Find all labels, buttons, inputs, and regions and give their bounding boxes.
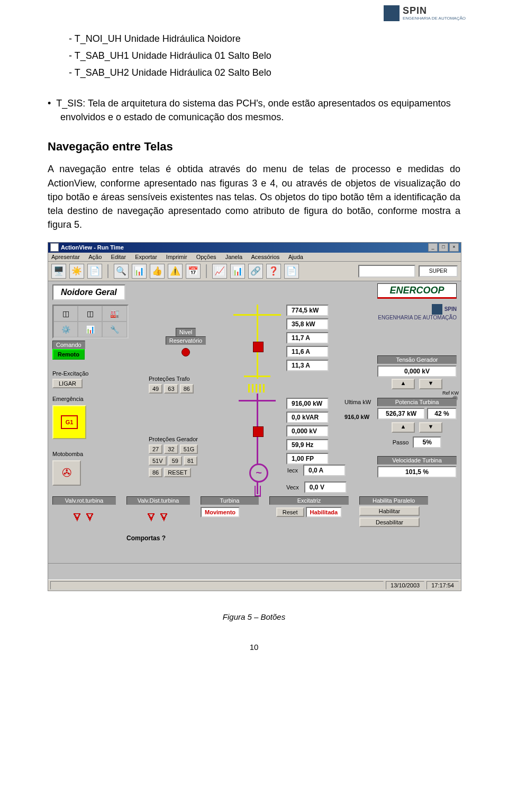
value: 11,3 A — [286, 360, 329, 371]
single-line-diagram: ~ — [233, 305, 281, 516]
calendar-icon[interactable]: 📅 — [186, 264, 201, 279]
dash-item: T_SAB_UH1 Unidade Hidráulica 01 Salto Be… — [69, 49, 460, 63]
excitation-readings: Iecx0,0 A Vecx0,0 V — [286, 465, 347, 493]
sun-icon[interactable]: ☀️ — [69, 264, 84, 279]
motobomba-icon[interactable]: ✇ — [52, 460, 81, 486]
help-icon[interactable]: ❓ — [266, 264, 281, 279]
reset-button[interactable]: RESET — [164, 468, 191, 477]
menu-item[interactable]: Imprimir — [166, 254, 187, 260]
screen-title: Noidore Geral — [52, 284, 125, 300]
nav-icon[interactable]: 🔧 — [102, 322, 126, 337]
up-button[interactable]: ▲ — [392, 379, 415, 389]
protecoes-gerador: Proteções Gerador 27 32 51G 51V 59 81 86… — [149, 436, 228, 477]
generator-icon: ~ — [249, 463, 268, 483]
toolbar-icon[interactable]: 🖥️ — [51, 264, 66, 279]
label: Turbina — [201, 496, 259, 505]
screen-nav-panel: ◫ ◫ 🏭 ⚙️ 📊 🔧 — [52, 305, 129, 338]
chart-icon[interactable]: 📈 — [212, 264, 227, 279]
menu-item[interactable]: Apresentar — [51, 254, 80, 260]
label: Excitatriz — [269, 496, 349, 505]
app-icon — [50, 243, 59, 252]
value: 0,000 kV — [377, 365, 457, 377]
prot-button[interactable]: 81 — [184, 456, 197, 466]
menu-item[interactable]: Exportar — [135, 254, 157, 260]
menu-item[interactable]: Janela — [225, 254, 242, 260]
user-field[interactable] — [358, 265, 415, 278]
remoto-button[interactable]: Remoto — [52, 349, 85, 360]
warning-icon[interactable]: ⚠️ — [168, 264, 183, 279]
emergency-tag: G1 — [61, 415, 78, 429]
down-button[interactable]: ▼ — [419, 379, 442, 389]
close-button[interactable]: × — [449, 243, 459, 252]
value: 0,0 A — [303, 465, 346, 476]
minimize-button[interactable]: _ — [428, 243, 438, 252]
maximize-button[interactable]: □ — [439, 243, 448, 252]
menu-item[interactable]: Opções — [196, 254, 216, 260]
breaker-icon[interactable] — [253, 426, 264, 437]
emerg-label: Emergência — [52, 396, 86, 402]
toolbar-icon[interactable]: 📊 — [132, 264, 147, 279]
menu-item[interactable]: Ação — [88, 254, 102, 260]
titlebar: ActionView - Run Time _ □ × — [48, 243, 461, 253]
excitatriz: Excitatriz Reset Habilitada — [269, 496, 349, 517]
search-icon[interactable]: 🔍 — [114, 264, 129, 279]
prot-button[interactable]: 86 — [149, 468, 162, 477]
doc-icon[interactable]: 📄 — [284, 264, 299, 279]
transformer-readings: 774,5 kW 35,8 kW 11,7 A 11,6 A 11,3 A — [286, 305, 329, 373]
nav-icon[interactable]: ◫ — [53, 306, 78, 322]
value: 526,37 kW — [377, 408, 425, 420]
value: 1,00 FP — [286, 453, 329, 465]
brand-name: SPIN — [403, 6, 466, 16]
valve-icon[interactable]: ⛛⛛ — [148, 508, 169, 526]
prot-button[interactable]: 59 — [168, 456, 182, 466]
brand-sub: ENGENHARIA DE AUTOMAÇÃO — [403, 16, 466, 21]
down-button[interactable]: ▼ — [419, 422, 442, 433]
prot-button[interactable]: 51V — [149, 456, 167, 466]
nivel-label2: Reservatório — [166, 336, 206, 345]
chart-icon[interactable]: 📊 — [230, 264, 245, 279]
link-icon[interactable]: 🔗 — [248, 264, 263, 279]
ground-icon — [255, 484, 261, 497]
label: Tensão Gerador — [377, 355, 457, 364]
label: Valv.Dist.turbina — [126, 496, 190, 505]
prot-button[interactable]: 86 — [180, 384, 194, 394]
habilitada-indicator: Habilitada — [306, 507, 342, 517]
label: Velocidade Turbina — [377, 456, 457, 465]
level-indicator-icon — [182, 348, 190, 356]
thumb-icon[interactable]: 👍 — [150, 264, 165, 279]
menu-item[interactable]: Ajuda — [288, 254, 303, 260]
nav-icon[interactable]: ◫ — [78, 306, 102, 322]
trafo-label: Proteções Trafo — [149, 376, 223, 382]
up-button[interactable]: ▲ — [392, 422, 415, 433]
role-display: SUPER — [419, 265, 458, 277]
dash-item: T_SAB_UH2 Unidade Hidráulica 02 Salto Be… — [69, 66, 460, 79]
potencia-turbina: Potencia Turbina 526,37 kW 42 % ▲▼ — [377, 398, 457, 433]
prot-button[interactable]: 63 — [164, 384, 178, 394]
menu-item[interactable]: Editar — [111, 254, 126, 260]
prot-button[interactable]: 27 — [149, 444, 162, 454]
valve-icon[interactable]: ⛛⛛ — [74, 508, 95, 526]
nivel-reservatorio: Nivel Reservatório — [154, 328, 217, 360]
prot-button[interactable]: 51G — [180, 444, 198, 454]
prot-button[interactable]: 49 — [149, 384, 162, 394]
habilitar-button[interactable]: Habilitar — [359, 506, 420, 516]
nav-icon[interactable]: 📊 — [78, 322, 102, 337]
iecx-label: Iecx — [287, 467, 298, 474]
reset-button[interactable]: Reset — [276, 507, 304, 517]
emergency-button[interactable]: G1 — [52, 405, 86, 439]
label: Valv.rot.turbina — [52, 496, 116, 505]
ligar-button[interactable]: LIGAR — [52, 379, 83, 388]
desabilitar-button[interactable]: Desabilitar — [359, 517, 420, 527]
prot-button[interactable]: 32 — [164, 444, 178, 454]
logo-square-icon — [384, 5, 400, 21]
nav-icon[interactable]: ⚙️ — [53, 322, 78, 337]
tensao-gerador: Tensão Gerador 0,000 kV ▲▼ — [377, 355, 457, 389]
label: Potencia Turbina — [377, 398, 457, 406]
menubar: Apresentar Ação Editar Exportar Imprimir… — [48, 253, 461, 262]
nav-icon[interactable]: 🏭 — [102, 306, 126, 322]
breaker-icon[interactable] — [253, 342, 264, 352]
menu-item[interactable]: Acessórios — [251, 254, 280, 260]
toolbar-icon[interactable]: 📄 — [87, 264, 102, 279]
motobomba-section: Motobomba ✇ — [52, 451, 83, 486]
brand-panel: ENERCOOP SPINENGENHARIA DE AUTOMAÇÃO — [377, 283, 457, 320]
